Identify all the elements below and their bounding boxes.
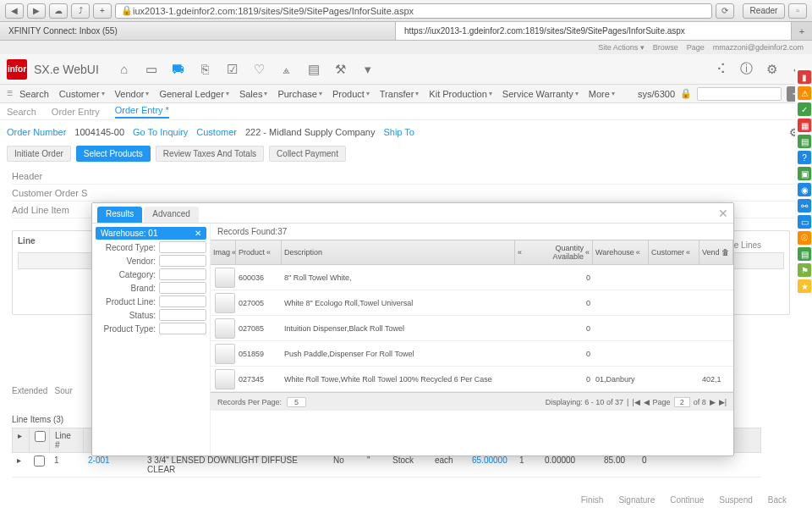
sb-task-icon[interactable]: ✓ [798,102,811,116]
section-header[interactable]: Header⌄ [12,168,800,185]
sb-cal-icon[interactable]: ▦ [798,119,811,132]
finish-button[interactable]: Finish [581,495,604,505]
modal-close-button[interactable]: ✕ [718,207,728,220]
goto-inquiry-link[interactable]: Go To Inquiry [133,127,188,137]
report-icon[interactable]: ▤ [305,61,322,78]
order-number-label[interactable]: Order Number [7,127,66,137]
pager-first[interactable]: |◀ [632,398,639,406]
new-tab-button[interactable]: + [792,22,812,40]
menu-search[interactable]: Search [16,89,52,99]
add-button[interactable]: + [93,3,112,19]
menu-customer[interactable]: Customer▾ [56,89,108,99]
chart-icon[interactable]: ⟁ [278,61,295,78]
step-select-products[interactable]: Select Products [76,146,151,162]
menu-transfer[interactable]: Transfer▾ [376,89,423,99]
filter-status[interactable]: Status: [96,309,206,321]
quick-search-input[interactable] [697,87,782,101]
col-qty[interactable]: « Quantity Available « [515,240,593,264]
customer-link[interactable]: Customer [196,127,237,137]
sb-img-icon[interactable]: ▣ [798,167,811,180]
home-icon[interactable]: ⌂ [116,61,133,78]
filter-product-line[interactable]: Product Line: [96,295,206,307]
tab-extended[interactable]: Extended [12,386,47,395]
bookmark-button[interactable]: ▫ [788,3,807,19]
row-checkbox[interactable] [34,456,45,467]
page-input[interactable]: 2 [674,397,690,407]
pager-prev[interactable]: ◀ [644,398,650,406]
col-product[interactable]: Product « [236,240,282,264]
forklift-icon[interactable]: ⛟ [170,61,187,78]
col-description[interactable]: Description [282,240,515,264]
col-vendor[interactable]: Vend 🗑 [700,240,733,264]
table-row[interactable]: 027345White Roll Towe,White Roll Towel 1… [211,367,733,392]
sb-flag-icon[interactable]: ⚑ [798,263,811,277]
filter-category[interactable]: Category: [96,268,206,280]
pager-next[interactable]: ▶ [710,398,716,406]
sb-doc-icon[interactable]: ▤ [798,135,811,148]
sb-chart-icon[interactable]: ▮ [798,70,811,84]
menu-sales[interactable]: Sales▾ [236,89,272,99]
signature-button[interactable]: Signature [618,495,655,505]
dropdown-icon[interactable]: ▾ [359,61,376,78]
menu-product[interactable]: Product▾ [329,89,373,99]
sb-star-icon[interactable]: ★ [798,279,811,293]
info-icon[interactable]: ⓘ [738,61,754,78]
cloud-button[interactable]: ☁ [49,3,68,19]
sb-link-icon[interactable]: ⚯ [798,199,811,213]
heart-icon[interactable]: ♡ [251,61,268,78]
sb-card-icon[interactable]: ▭ [798,215,811,229]
select-all-checkbox[interactable] [35,431,46,442]
menu-purchase[interactable]: Purchase▾ [274,89,325,99]
task-icon[interactable]: ⎘ [197,61,214,78]
tab-oe2[interactable]: Order Entry * [115,105,169,119]
sb-binoc-icon[interactable]: ⦾ [798,231,811,245]
col-customer[interactable]: Customer « [649,240,700,264]
page-tab[interactable]: Page [687,43,705,52]
menu-vendor[interactable]: Vendor▾ [112,89,153,99]
site-actions[interactable]: Site Actions ▾ [598,43,645,52]
filter-brand[interactable]: Brand: [96,282,206,294]
browser-tab[interactable]: XFINITY Connect: Inbox (55) [0,22,396,40]
check-icon[interactable]: ☑ [224,61,241,78]
forward-button[interactable]: ▶ [27,3,46,19]
share-icon[interactable]: ⠪ [712,61,729,78]
reader-button[interactable]: Reader [743,3,785,19]
table-row[interactable]: 051859Push Paddle,Dispenser For Roll Tow… [211,341,733,367]
shipto-link[interactable]: Ship To [383,127,414,137]
col-warehouse[interactable]: Warehouse « [593,240,649,264]
truck-icon[interactable]: ▭ [143,61,160,78]
back-button[interactable]: ◀ [5,3,24,19]
table-row[interactable]: ▸ 1 2-001 3 3/4" LENSED DOWNLIGHT DIFFUS… [12,453,761,478]
tab-sour[interactable]: Sour [55,386,73,395]
step-initiate[interactable]: Initiate Order [7,146,71,162]
back-button-footer[interactable]: Back [768,495,787,505]
section-cos[interactable]: Customer Order S [12,185,800,202]
filter-record-type[interactable]: Record Type: [96,241,206,253]
url-bar[interactable]: 🔒 iux2013-1.gdeinfor2.com:1819/sites/Sit… [115,3,712,19]
table-row[interactable]: 6000368" Roll Towel White,0 [211,265,733,290]
browse-tab[interactable]: Browse [653,43,678,52]
table-row[interactable]: 027005White 8" Ecologo Roll,Towel Univer… [211,290,733,316]
rpp-select[interactable]: 5 [287,397,306,407]
browser-tab[interactable]: https://iux2013-1.gdeinfor2.com:1819/sit… [396,22,792,40]
refresh-button[interactable]: ⟳ [716,3,734,19]
menu-kit[interactable]: Kit Production▾ [425,89,495,99]
tab-results[interactable]: Results [97,207,142,223]
sb-help-icon[interactable]: ? [798,151,811,164]
tab-advanced[interactable]: Advanced [144,207,198,223]
tools-icon[interactable]: ⚒ [332,61,349,78]
suspend-button[interactable]: Suspend [719,495,752,505]
menu-warranty[interactable]: Service Warranty▾ [499,89,582,99]
menu-gl[interactable]: General Ledger▾ [156,89,232,99]
step-taxes[interactable]: Review Taxes And Totals [156,146,264,162]
tab-oe1[interactable]: Order Entry [52,107,100,117]
menu-expand-icon[interactable]: ☰ [7,90,13,97]
menu-more[interactable]: More▾ [585,89,618,99]
tab-search[interactable]: Search [7,107,36,117]
warehouse-selector[interactable]: Warehouse: 01✕ [96,227,206,240]
gear-icon[interactable]: ⚙ [763,61,780,78]
sb-list-icon[interactable]: ▤ [798,247,811,261]
sb-pin-icon[interactable]: ◉ [798,183,811,196]
step-payment[interactable]: Collect Payment [269,146,346,162]
share-button[interactable]: ⤴ [71,3,90,19]
